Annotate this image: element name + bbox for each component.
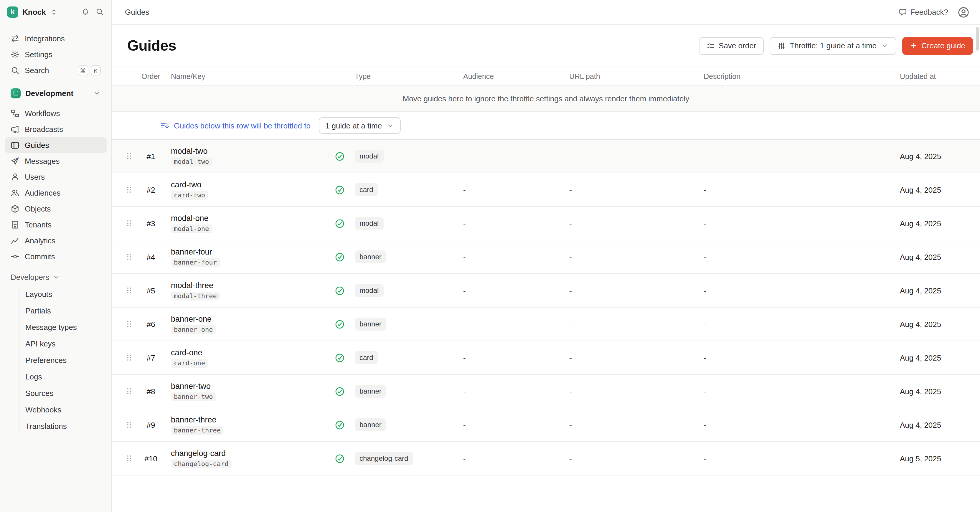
guide-description: -	[700, 387, 900, 396]
table-row[interactable]: #6 banner-one banner-one banner - - - Au…	[112, 308, 980, 341]
guide-audience: -	[460, 454, 566, 463]
sidebar-item-search[interactable]: Search ⌘K	[5, 62, 107, 78]
guide-type-badge: modal	[355, 149, 383, 162]
guide-description: -	[700, 420, 900, 429]
notifications-bell-icon[interactable]	[81, 8, 89, 16]
drag-handle-icon[interactable]	[125, 286, 133, 294]
drag-handle-icon[interactable]	[125, 387, 133, 395]
column-audience: Audience	[460, 72, 566, 80]
sidebar-item-api-keys[interactable]: API keys	[19, 335, 111, 352]
analytics-icon	[11, 236, 19, 245]
table-row[interactable]: #9 banner-three banner-three banner - - …	[112, 408, 980, 442]
sidebar-item-analytics[interactable]: Analytics	[5, 233, 107, 249]
guide-description: -	[700, 253, 900, 261]
chevron-up-down-icon[interactable]	[50, 8, 57, 16]
environment-switcher-development[interactable]: Development	[5, 84, 107, 102]
sidebar-item-integrations[interactable]: Integrations	[5, 31, 107, 46]
sidebar-item-label: Integrations	[25, 34, 65, 43]
drag-handle-icon[interactable]	[125, 320, 133, 328]
sidebar-item-translations[interactable]: Translations	[19, 418, 111, 434]
table-row[interactable]: #7 card-one card-one card - - - Aug 4, 2…	[112, 341, 980, 375]
status-active-check-icon	[334, 252, 344, 262]
ignore-throttle-dropzone[interactable]: Move guides here to ignore the throttle …	[112, 86, 980, 112]
sidebar: k Knock Integrations Settings Search ⌘K …	[0, 0, 112, 512]
table-row[interactable]: #8 banner-two banner-two banner - - - Au…	[112, 375, 980, 408]
sidebar-item-broadcasts[interactable]: Broadcasts	[5, 121, 107, 137]
guide-type-badge: banner	[355, 250, 386, 263]
guide-url-path: -	[566, 286, 700, 295]
search-icon[interactable]	[95, 8, 104, 16]
sidebar-item-label: Guides	[25, 141, 49, 149]
table-row[interactable]: #4 banner-four banner-four banner - - - …	[112, 240, 980, 274]
guide-name: changelog-card	[171, 448, 226, 458]
throttle-value-dropdown[interactable]: 1 guide at a time	[319, 117, 401, 134]
kbd-key: ⌘	[78, 65, 88, 75]
throttle-divider-row: Guides below this row will be throttled …	[112, 112, 980, 140]
sidebar-item-messages[interactable]: Messages	[5, 153, 107, 169]
sidebar-item-commits[interactable]: Commits	[5, 249, 107, 264]
knock-logo-letter: k	[11, 8, 14, 15]
sidebar-item-layouts[interactable]: Layouts	[19, 286, 111, 302]
chevron-down-icon	[52, 273, 60, 281]
throttle-divider-link[interactable]: Guides below this row will be throttled …	[174, 121, 310, 130]
table-row[interactable]: #3 modal-one modal-one modal - - - Aug 4…	[112, 207, 980, 240]
sidebar-item-label: Webhooks	[25, 405, 61, 414]
sidebar-item-partials[interactable]: Partials	[19, 302, 111, 319]
guides-icon	[11, 141, 19, 149]
sidebar-item-objects[interactable]: Objects	[5, 201, 107, 217]
sidebar-item-workflows[interactable]: Workflows	[5, 105, 107, 121]
guide-url-path: -	[566, 253, 700, 261]
guide-key: modal-two	[171, 157, 212, 166]
throttle-dropdown-button[interactable]: Throttle: 1 guide at a time	[770, 37, 896, 54]
throttle-label: Throttle: 1 guide at a time	[790, 41, 877, 50]
table-row[interactable]: #2 card-two card-two card - - - Aug 4, 2…	[112, 173, 980, 207]
table-row[interactable]: #10 changelog-card changelog-card change…	[112, 442, 980, 475]
guide-url-path: -	[566, 185, 700, 194]
sidebar-item-message-types[interactable]: Message types	[19, 319, 111, 335]
table-row[interactable]: #5 modal-three modal-three modal - - - A…	[112, 274, 980, 308]
guide-type-badge: card	[355, 183, 378, 196]
drag-handle-icon[interactable]	[125, 186, 133, 194]
guide-updated-at: Aug 4, 2025	[900, 185, 980, 194]
messages-icon	[11, 157, 19, 165]
guide-order: #5	[138, 286, 164, 295]
sidebar-item-sources[interactable]: Sources	[19, 385, 111, 401]
sidebar-item-guides[interactable]: Guides	[5, 137, 107, 153]
chevron-down-icon	[93, 89, 101, 97]
drag-handle-icon[interactable]	[125, 454, 133, 463]
feedback-button[interactable]: Feedback?	[898, 8, 948, 16]
sidebar-item-label: Workflows	[25, 109, 60, 118]
sidebar-item-label: Broadcasts	[25, 125, 63, 134]
guide-key: modal-one	[171, 224, 212, 233]
sidebar-item-tenants[interactable]: Tenants	[5, 217, 107, 233]
create-guide-button[interactable]: Create guide	[902, 37, 973, 54]
sidebar-item-logs[interactable]: Logs	[19, 368, 111, 385]
table-header-row: Order Name/Key Type Audience URL path De…	[112, 67, 980, 86]
sidebar-section-developers[interactable]: Developers	[5, 269, 107, 285]
sidebar-item-users[interactable]: Users	[5, 169, 107, 185]
drag-handle-icon[interactable]	[125, 353, 133, 362]
guide-name: modal-two	[171, 146, 208, 155]
sidebar-item-settings[interactable]: Settings	[5, 46, 107, 62]
user-avatar[interactable]	[958, 6, 969, 18]
guide-order: #9	[138, 420, 164, 429]
sidebar-item-label: Layouts	[25, 289, 52, 299]
guide-name-key: banner-one banner-one	[164, 314, 329, 334]
drag-handle-icon[interactable]	[125, 421, 133, 429]
integrations-icon	[11, 34, 19, 43]
sidebar-item-preferences[interactable]: Preferences	[19, 352, 111, 368]
scrollbar-thumb[interactable]	[976, 27, 979, 51]
drag-handle-icon[interactable]	[125, 253, 133, 261]
guide-order: #3	[138, 219, 164, 228]
sidebar-item-webhooks[interactable]: Webhooks	[19, 401, 111, 418]
save-order-button[interactable]: Save order	[698, 37, 764, 54]
table-row[interactable]: #1 modal-two modal-two modal - - - Aug 4…	[112, 140, 980, 173]
sidebar-item-audiences[interactable]: Audiences	[5, 185, 107, 201]
drag-handle-icon[interactable]	[125, 152, 133, 160]
keyboard-shortcut: ⌘K	[78, 65, 101, 75]
drag-handle-icon[interactable]	[125, 219, 133, 227]
sidebar-top-nav: Integrations Settings Search ⌘K	[0, 24, 111, 78]
sidebar-item-label: API keys	[25, 339, 56, 348]
workspace-switcher[interactable]: k Knock	[7, 6, 57, 17]
sidebar-item-label: Analytics	[25, 236, 56, 245]
